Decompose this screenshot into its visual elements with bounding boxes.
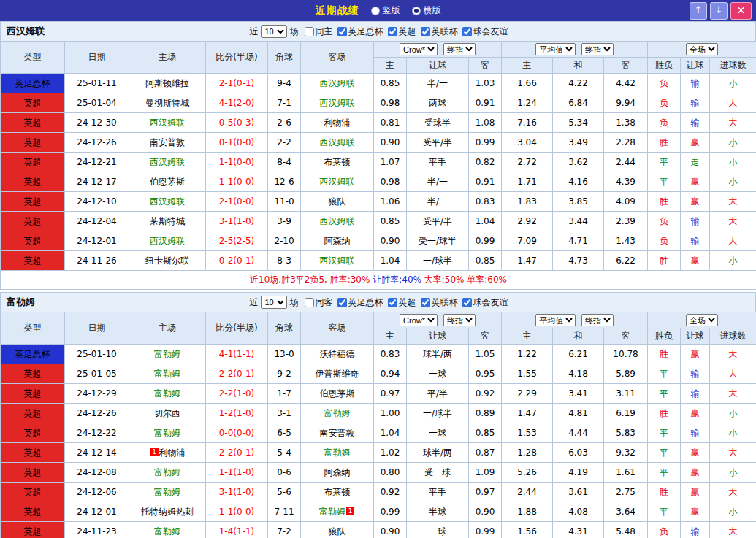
league-filter-premier-league[interactable]: 英超 bbox=[388, 26, 416, 38]
match-row: 英超24-12-10西汉姆联2-1(0-0)11-0狼队1.06半/一0.831… bbox=[1, 192, 756, 212]
same-venue-checkbox[interactable]: 同客 bbox=[305, 296, 333, 309]
win-draw-loss-cell: 负 bbox=[648, 522, 681, 538]
titlebar: 近期战绩 竖版 横版 ↑ ↓ × bbox=[0, 0, 756, 21]
team-name-text: 狼队 bbox=[329, 196, 346, 207]
checkbox-input[interactable] bbox=[421, 298, 430, 307]
checkbox-input[interactable] bbox=[305, 298, 314, 307]
match-count-select[interactable]: 10 bbox=[261, 25, 287, 38]
period-select[interactable]: 全场 bbox=[686, 314, 718, 326]
score-cell: 4-1(1-1) bbox=[206, 345, 268, 364]
league-filter-friendly[interactable]: 球会友谊 bbox=[462, 296, 508, 309]
checkbox-input[interactable] bbox=[388, 27, 397, 36]
same-venue-checkbox[interactable]: 同主 bbox=[305, 26, 333, 38]
league-filter-fa-cup[interactable]: 英足总杯 bbox=[337, 26, 383, 38]
league-filter-fa-cup[interactable]: 英足总杯 bbox=[337, 296, 383, 309]
checkbox-input[interactable] bbox=[462, 298, 472, 307]
checkbox-input[interactable] bbox=[388, 298, 397, 307]
over-under-cell: 小 bbox=[710, 251, 756, 271]
team-name-text: 阿森纳 bbox=[324, 236, 351, 246]
euro-odds-time-select[interactable]: 终指 bbox=[581, 43, 614, 55]
euro-odds-time-select[interactable]: 终指 bbox=[581, 314, 614, 326]
match-date-cell: 25-01-05 bbox=[65, 364, 129, 384]
league-type-cell: 英超 bbox=[1, 113, 65, 133]
euro-away-odds-cell: 5.83 bbox=[604, 423, 648, 443]
home-team-cell: 纽卡斯尔联 bbox=[129, 251, 206, 271]
team-name-text: 富勒姆 bbox=[154, 487, 180, 497]
scroll-down-button[interactable]: ↓ bbox=[710, 2, 728, 20]
checkbox-input[interactable] bbox=[305, 27, 314, 36]
asian-odds-time-select[interactable]: 终指 bbox=[443, 314, 476, 326]
handicap-result-cell: 赢 bbox=[681, 483, 710, 502]
win-draw-loss-cell: 平 bbox=[648, 423, 681, 443]
handicap-result-cell: 输 bbox=[681, 113, 710, 133]
col-handicap-result: 让球 bbox=[681, 58, 710, 74]
euro-away-odds-cell: 5.89 bbox=[604, 364, 648, 384]
euro-draw-odds-cell: 4.19 bbox=[553, 463, 604, 483]
euro-home-odds-cell: 1.66 bbox=[502, 74, 553, 93]
euro-away-odds-cell: 1.43 bbox=[604, 231, 648, 251]
league-filter-premier-league[interactable]: 英超 bbox=[388, 296, 416, 309]
match-row: 英超24-12-141利物浦2-2(0-1)5-4富勒姆1.02球半/两0.87… bbox=[1, 443, 756, 463]
league-type-cell: 英足总杯 bbox=[1, 74, 65, 93]
win-draw-loss-cell: 胜 bbox=[648, 133, 681, 153]
euro-draw-odds-cell: 5.34 bbox=[553, 113, 604, 133]
league-type-cell: 英超 bbox=[1, 502, 65, 522]
layout-radio-horizontal[interactable]: 横版 bbox=[412, 4, 441, 17]
summary-row: 近10场,胜3平2负5, 胜率:30% 让胜率:40% 大率:50% 单率:60… bbox=[1, 271, 756, 290]
col-euro-away: 客 bbox=[604, 328, 648, 345]
league-filter-friendly[interactable]: 球会友谊 bbox=[462, 26, 508, 38]
over-under-cell: 大 bbox=[710, 384, 756, 404]
match-date-cell: 25-01-11 bbox=[65, 74, 129, 93]
euro-away-odds-cell: 4.09 bbox=[604, 192, 648, 212]
period-select[interactable]: 全场 bbox=[686, 43, 718, 55]
corners-cell: 8-3 bbox=[268, 251, 301, 271]
close-button[interactable]: × bbox=[730, 2, 752, 20]
asian-handicap-cell: 平手 bbox=[407, 153, 469, 172]
asian-home-odds-cell: 0.92 bbox=[374, 483, 407, 502]
home-team-cell: 富勒姆 bbox=[129, 345, 206, 364]
asian-odds-source-select[interactable]: Crow* bbox=[400, 43, 438, 55]
euro-home-odds-cell: 1.55 bbox=[502, 364, 553, 384]
team-name-text: 西汉姆联 bbox=[320, 137, 355, 147]
euro-odds-source-select[interactable]: 平均值 bbox=[535, 43, 576, 55]
match-row: 英超24-12-30西汉姆联0-5(0-3)2-6利物浦0.81受球半1.087… bbox=[1, 113, 756, 133]
league-type-cell: 英超 bbox=[1, 172, 65, 192]
layout-radio-vertical[interactable]: 竖版 bbox=[371, 4, 400, 17]
euro-odds-source-select[interactable]: 平均值 bbox=[535, 314, 576, 326]
home-team-cell: 西汉姆联 bbox=[129, 192, 206, 212]
away-team-cell: 西汉姆联 bbox=[301, 133, 374, 153]
team-name-text: 阿森纳 bbox=[324, 467, 351, 477]
results-table-fulham: 类型 日期 主场 比分(半场) 角球 客场 Crow* 终指 平均值 终指 bbox=[0, 312, 756, 538]
checkbox-input[interactable] bbox=[421, 27, 430, 36]
summary-segment: 单率:60% bbox=[467, 274, 507, 285]
col-corners: 角球 bbox=[268, 312, 301, 345]
asian-odds-time-select[interactable]: 终指 bbox=[443, 43, 476, 55]
asian-handicap-cell: 球半/两 bbox=[407, 345, 469, 364]
asian-away-odds-cell: 0.83 bbox=[469, 192, 502, 212]
asian-home-odds-cell: 1.04 bbox=[374, 423, 407, 443]
summary-segment: 胜率:30% bbox=[330, 274, 373, 285]
euro-home-odds-cell: 1.88 bbox=[502, 502, 553, 522]
home-team-cell: 莱斯特城 bbox=[129, 212, 206, 231]
league-filter-efl-cup[interactable]: 英联杯 bbox=[421, 296, 458, 309]
team-name-text: 西汉姆联 bbox=[320, 78, 355, 88]
asian-odds-source-select[interactable]: Crow* bbox=[400, 314, 438, 326]
asian-away-odds-cell: 0.87 bbox=[469, 443, 502, 463]
checkbox-input[interactable] bbox=[462, 27, 472, 36]
over-under-cell: 大 bbox=[710, 364, 756, 384]
win-draw-loss-cell: 胜 bbox=[648, 192, 681, 212]
win-draw-loss-cell: 平 bbox=[648, 172, 681, 192]
col-asian-away: 客 bbox=[469, 58, 502, 74]
euro-home-odds-cell: 2.92 bbox=[502, 212, 553, 231]
scroll-up-button[interactable]: ↑ bbox=[690, 2, 707, 20]
checkbox-input[interactable] bbox=[337, 27, 347, 36]
col-asian-away: 客 bbox=[469, 328, 502, 345]
asian-handicap-cell: 受一/球半 bbox=[407, 231, 469, 251]
team-name-text: 狼队 bbox=[329, 526, 346, 537]
league-filter-efl-cup[interactable]: 英联杯 bbox=[421, 26, 458, 38]
match-count-select[interactable]: 10 bbox=[261, 296, 287, 309]
filter-controls: 近 10 场 同客 英足总杯 英超 英联杯 球会友谊 bbox=[248, 296, 508, 309]
asian-away-odds-cell: 0.91 bbox=[469, 172, 502, 192]
asian-away-odds-cell: 0.85 bbox=[469, 423, 502, 443]
checkbox-input[interactable] bbox=[337, 298, 347, 307]
